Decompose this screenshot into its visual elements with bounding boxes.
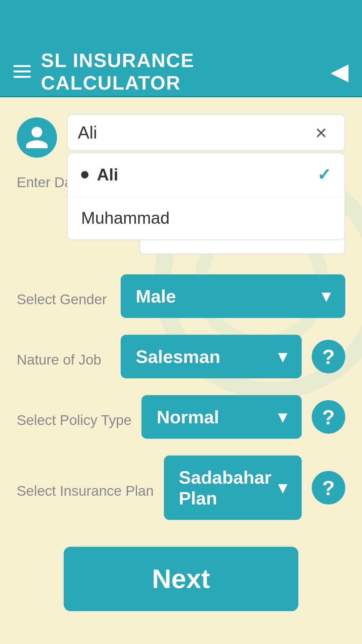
job-chevron: ▾ [278,347,287,366]
search-input-wrapper: × [67,114,345,151]
next-button-wrapper: Next [17,547,345,611]
dropdown-item-ali-label: Ali [97,165,118,184]
status-bar [0,0,362,47]
job-row: Nature of Job Salesman ▾ ? [17,335,345,378]
gender-label: Select Gender [17,285,111,308]
insurance-plan-row: Select Insurance Plan Sadabahar Plan ▾ ? [17,455,345,520]
policy-type-value: Normal [157,407,219,427]
menu-icon[interactable] [13,65,31,78]
job-select[interactable]: Salesman ▾ [121,335,302,378]
check-icon: ✓ [317,165,331,184]
job-help-button[interactable]: ? [312,340,345,373]
dropdown-item-ali[interactable]: Ali ✓ [68,153,345,197]
name-search-input[interactable] [78,122,301,143]
app-header: SL INSURANCE CALCULATOR ◀ [0,47,362,97]
gender-select[interactable]: Male ▾ [121,274,345,318]
dropdown-item-muhammad-label: Muhammad [81,208,170,228]
main-content: × Ali ✓ Muhammad Enter Date of Birth Nov… [0,97,362,644]
policy-type-chevron: ▾ [278,407,287,427]
dropdown-item-muhammad[interactable]: Muhammad [68,197,345,239]
next-button[interactable]: Next [64,547,298,611]
app-title: SL INSURANCE CALCULATOR [41,49,330,94]
back-icon[interactable]: ◀ [330,58,349,85]
insurance-plan-value: Sadabahar Plan [179,467,278,508]
job-value: Salesman [136,346,220,367]
job-label: Nature of Job [17,345,111,368]
gender-row: Select Gender Male ▾ [17,274,345,318]
insurance-plan-label: Select Insurance Plan [17,476,154,499]
gender-chevron: ▾ [322,286,330,306]
close-button[interactable]: × [308,119,335,146]
name-dropdown-list: Ali ✓ Muhammad [67,153,345,240]
policy-type-row: Select Policy Type Normal ▾ ? [17,395,345,439]
search-container: × Ali ✓ Muhammad [67,114,345,151]
user-search-row: × Ali ✓ Muhammad [17,114,345,158]
insurance-plan-select[interactable]: Sadabahar Plan ▾ [164,455,302,520]
selected-dot [81,171,88,178]
avatar [17,117,57,158]
gender-value: Male [136,286,176,307]
insurance-plan-help-button[interactable]: ? [312,471,345,504]
policy-type-help-button[interactable]: ? [312,400,345,434]
policy-type-select[interactable]: Normal ▾ [141,395,302,439]
insurance-plan-chevron: ▾ [278,478,287,497]
policy-type-label: Select Policy Type [17,406,131,428]
